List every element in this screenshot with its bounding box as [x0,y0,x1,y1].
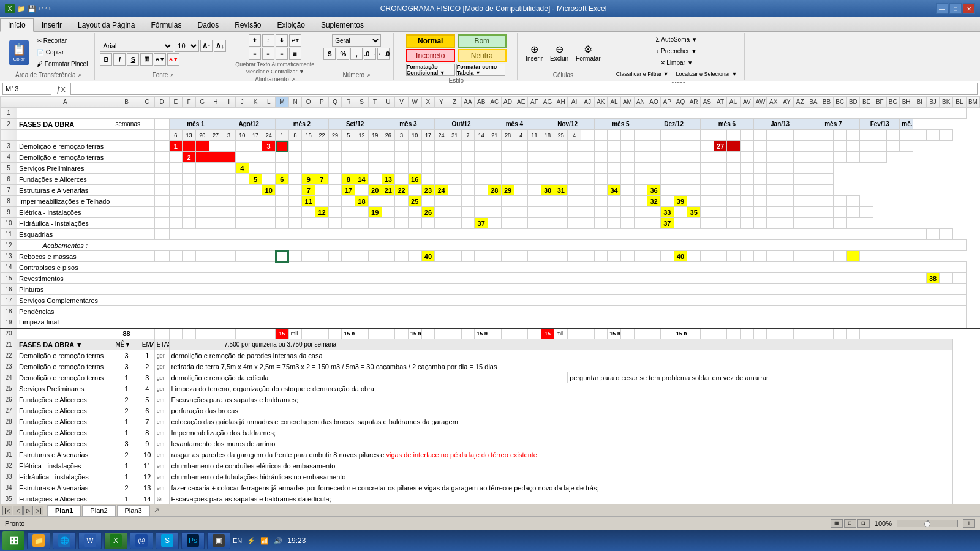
col-header-t[interactable]: T [368,97,382,108]
cell-c30[interactable]: 9 [140,438,154,449]
conditional-format-button[interactable]: Formatação Condicional ▼ [406,64,455,76]
col-header-ad[interactable]: AD [501,97,514,108]
tab-first-button[interactable]: |◁ [2,506,12,515]
col-header-j[interactable]: J [235,97,249,108]
border-button[interactable]: ⊞ [140,53,153,66]
percent-button[interactable]: % [337,48,349,60]
find-select-button[interactable]: Localizar e Selecionar ▼ [673,69,741,79]
cell-a3[interactable]: Demolição e remoção terras [17,141,113,152]
cell-b22[interactable]: 3 [113,350,140,361]
style-incorreto[interactable]: Incorreto [406,49,455,62]
col-header-an[interactable]: AN [634,97,647,108]
col-header-c[interactable]: C [140,97,154,108]
decrease-decimal-button[interactable]: ←.0 [377,48,390,60]
col-header-s[interactable]: S [355,97,369,108]
format-painter-button[interactable]: 🖌 Formatar Pincel [34,59,91,69]
cell-a14[interactable]: Contrapisos e pisos [17,262,113,273]
cell-c22[interactable]: 1 [140,350,154,361]
cell-d27[interactable]: em [154,405,169,416]
close-button[interactable]: ✕ [963,3,975,14]
col-header-av[interactable]: AV [741,97,754,108]
format-button[interactable]: ⚙Formatar [573,42,604,64]
font-color-button[interactable]: A▼ [167,53,179,66]
cell-c26[interactable]: 5 [140,394,154,405]
fill-button[interactable]: ↓ Preencher ▼ [653,46,700,56]
col-header-e[interactable]: E [169,97,183,108]
cell-c31[interactable]: 10 [140,449,154,460]
col-header-ah[interactable]: AH [554,97,568,108]
taskbar-outlook[interactable]: @ [130,532,153,549]
align-right-button[interactable]: ≡ [276,48,288,60]
taskbar-excel[interactable]: X [104,532,127,549]
sort-filter-button[interactable]: Classificar e Filtrar ▼ [613,69,672,79]
tab-inserir[interactable]: Inserir [34,18,70,31]
col-header-at[interactable]: AT [714,97,727,108]
cell-c28[interactable]: 7 [140,416,154,427]
col-header-ao[interactable]: AO [647,97,661,108]
tab-suplementos[interactable]: Suplementos [313,18,372,31]
cell-a17[interactable]: Serviços Complementares [17,295,113,306]
sheet-tab-plan2[interactable]: Plan2 [82,505,115,516]
insert-button[interactable]: ⊕Inserir [522,42,546,64]
cell-b29[interactable]: 1 [113,427,140,438]
gantt-r3-m[interactable] [276,141,289,152]
col-header-af[interactable]: AF [528,97,541,108]
sheet-tab-plan3[interactable]: Plan3 [117,505,150,516]
col-header-bm[interactable]: BM [966,97,979,108]
col-header-bg[interactable]: BG [886,97,900,108]
cell-d22[interactable]: ger [154,350,169,361]
cell-c32[interactable]: 11 [140,460,154,471]
col-header-ai[interactable]: AI [568,97,581,108]
col-header-al[interactable]: AL [608,97,621,108]
clear-button[interactable]: ✕ Limpar ▼ [657,58,696,68]
cell-c25[interactable]: 4 [140,383,154,394]
formula-input[interactable] [70,83,978,95]
cell-a35[interactable]: Fundações e Alicerces [17,493,113,504]
maximize-button[interactable]: □ [949,3,962,14]
comma-button[interactable]: , [350,48,363,60]
col-header-n[interactable]: N [288,97,302,108]
cell-c33[interactable]: 12 [140,471,154,482]
col-header-w[interactable]: W [408,97,421,108]
cell-d29[interactable]: em [154,427,169,438]
cell-c23[interactable]: 2 [140,361,154,372]
cell-a15[interactable]: Revestimentos [17,273,113,284]
cell-a20[interactable] [17,328,113,339]
col-header-m[interactable]: M [276,97,289,108]
taskbar-ie[interactable]: 🌐 [53,532,76,549]
sheet-tab-plan1[interactable]: Plan1 [47,505,81,516]
cell-c29[interactable]: 8 [140,427,154,438]
format-table-button[interactable]: Formatar como Tabela ▼ [456,64,505,76]
col-header-bh[interactable]: BH [900,97,913,108]
decrease-font-button[interactable]: A↓ [214,40,226,52]
taskbar-explorer[interactable]: 📁 [27,532,50,549]
col-header-ab[interactable]: AB [475,97,488,108]
col-header-k[interactable]: K [249,97,262,108]
cell-reference-input[interactable]: M13 [2,83,51,95]
style-normal[interactable]: Normal [406,34,455,48]
col-header-r[interactable]: R [342,97,355,108]
col-header-bd[interactable]: BD [846,97,860,108]
cell-d32[interactable]: em [154,460,169,471]
col-header-aa[interactable]: AA [461,97,475,108]
cell-b1[interactable] [113,108,140,119]
minimize-button[interactable]: — [936,3,948,14]
cell-a1[interactable] [17,108,113,119]
cell-b35[interactable]: 1 [113,493,140,504]
style-neutra[interactable]: Neutra [458,49,507,62]
view-break-button[interactable]: ⊟ [858,519,870,528]
cell-c2[interactable] [140,119,154,130]
align-bottom-button[interactable]: ⬇ [276,34,288,47]
col-header-q[interactable]: Q [328,97,342,108]
copy-button[interactable]: 📄 Copiar [34,47,91,58]
underline-button[interactable]: S [127,53,139,66]
tab-inicio[interactable]: Início [0,18,34,32]
cell-b31[interactable]: 2 [113,449,140,460]
number-format-select[interactable]: Geral [332,34,381,47]
cell-d24[interactable]: ger [154,372,169,383]
col-header-ba[interactable]: BA [807,97,820,108]
taskbar-skype[interactable]: S [156,532,179,549]
zoom-in-button[interactable]: + [963,519,975,528]
cell-d33[interactable]: em [154,471,169,482]
col-header-i[interactable]: I [222,97,236,108]
